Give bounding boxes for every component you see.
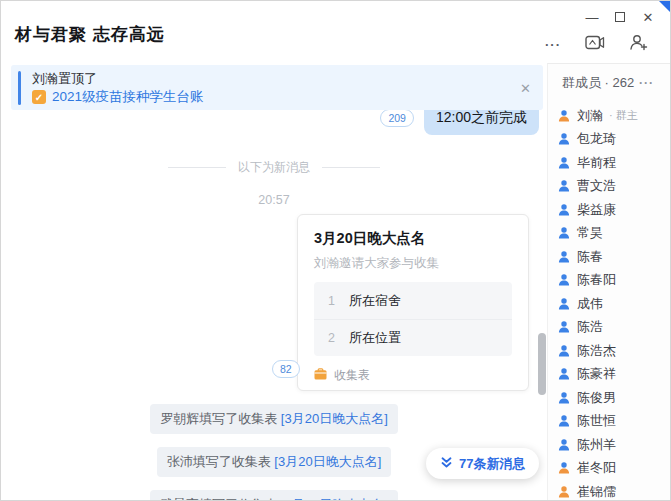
member-name: 陈豪祥 [577,365,616,383]
collection-form-card[interactable]: 3月20日晚大点名 刘瀚邀请大家参与收集 1 所在宿舍 2 所在位置 [297,214,529,391]
member-row[interactable]: 陈俊男 [557,386,670,410]
new-messages-button[interactable]: 77条新消息 [426,448,539,479]
pinned-document-link[interactable]: 2021级疫苗接种学生台账 [52,88,204,106]
member-name: 刘瀚 [577,107,603,125]
card-field-row: 2 所在位置 [314,319,512,356]
member-avatar-icon [557,226,571,240]
window-controls: — ✕ [578,5,662,29]
sidebar-header: 群成员 · 262 ··· [548,64,670,98]
collection-form-link[interactable]: [3月20日晚大点名] [281,411,388,426]
card-title: 3月20日晚大点名 [314,229,512,248]
member-row[interactable]: 成伟 [557,292,670,316]
card-footer: 收集表 [314,367,512,384]
close-button[interactable]: ✕ [634,5,662,29]
member-name: 崔锦儒 [577,483,616,501]
pinned-accent-bar [18,71,21,105]
member-avatar-icon [557,156,571,170]
member-avatar-icon [557,203,571,217]
member-avatar-icon [557,132,571,146]
member-row[interactable]: 柴益康 [557,198,670,222]
chat-window: 材与君聚 志存高远 — ✕ ··· 209 12:00之前完成 以下为新消息 2… [0,0,671,501]
member-row[interactable]: 陈浩杰 [557,339,670,363]
member-name: 陈俊男 [577,389,616,407]
field-index: 1 [328,294,335,308]
toolbar: ··· [545,34,648,55]
member-row[interactable]: 崔冬阳 [557,457,670,481]
more-icon[interactable]: ··· [545,37,561,52]
members-count-label: 群成员 · 262 [562,74,634,92]
member-row[interactable]: 常昊 [557,222,670,246]
member-avatar-icon [557,344,571,358]
field-label: 所在位置 [349,329,401,347]
member-avatar-icon [557,320,571,334]
member-row[interactable]: 崔锦儒 [557,480,670,501]
member-row[interactable]: 陈春阳 [557,269,670,293]
collection-form-link[interactable]: [3月20日晚大点名] [274,454,381,469]
new-messages-label: 77条新消息 [459,455,525,473]
member-avatar-icon [557,250,571,264]
member-row[interactable]: 毕前程 [557,151,670,175]
member-name: 常昊 [577,224,603,242]
members-sidebar: 群成员 · 262 ··· 刘瀚 · 群主 包龙琦 [547,63,670,500]
new-message-divider: 以下为新消息 [1,159,547,176]
member-name: 柴益康 [577,201,616,219]
message-timestamp: 20:57 [1,193,547,207]
member-avatar-icon [557,367,571,381]
member-row[interactable]: 陈世恒 [557,410,670,434]
member-avatar-icon [557,391,571,405]
member-name: 崔冬阳 [577,459,616,477]
reply-count-badge[interactable]: 82 [272,360,300,378]
card-field-row: 1 所在宿舍 [314,282,512,319]
field-label: 所在宿舍 [349,292,401,310]
member-name: 陈浩杰 [577,342,616,360]
member-name: 成伟 [577,295,603,313]
notice-text: 罗朝辉填写了收集表 [160,411,281,426]
pinned-message-banner: 刘瀚置顶了 ✓ 2021级疫苗接种学生台账 ✕ [11,65,543,110]
member-row[interactable]: 陈浩 [557,316,670,340]
pinned-headline: 刘瀚置顶了 [32,70,97,88]
card-footer-label: 收集表 [334,367,370,384]
maximize-button[interactable] [606,5,634,29]
pinned-close-icon[interactable]: ✕ [520,80,531,95]
read-count-badge[interactable]: 209 [380,109,414,127]
member-list: 刘瀚 · 群主 包龙琦 毕前程 [548,104,670,501]
member-avatar-icon [557,414,571,428]
member-row[interactable]: 包龙琦 [557,128,670,152]
member-role-badge: · 群主 [609,108,638,123]
divider-line [322,167,380,168]
member-row[interactable]: 曹文浩 [557,175,670,199]
member-name: 陈世恒 [577,412,616,430]
notice-bubble: 武晨宇填写了收集表 [3月20日晚大点名] [150,490,398,501]
add-member-icon[interactable] [629,34,648,55]
checked-form-icon: ✓ [32,90,46,104]
member-name: 毕前程 [577,154,616,172]
collection-form-icon [314,368,327,383]
member-avatar-icon [557,438,571,452]
divider-label: 以下为新消息 [238,159,310,176]
member-avatar-icon [557,109,571,123]
collection-form-link[interactable]: [3月20日晚大点名] [281,497,388,501]
pinned-document-row: ✓ 2021级疫苗接种学生台账 [32,88,204,106]
member-avatar-icon [557,297,571,311]
member-row[interactable]: 刘瀚 · 群主 [557,104,670,128]
member-row[interactable]: 陈州羊 [557,433,670,457]
chevrons-down-icon [440,456,453,472]
video-call-icon[interactable] [585,35,605,54]
minimize-button[interactable]: — [578,5,606,29]
chat-scrollbar-thumb[interactable] [538,333,546,395]
sidebar-more-icon[interactable]: ··· [639,76,654,90]
member-name: 包龙琦 [577,130,616,148]
maximize-icon [615,12,625,22]
member-name: 陈浩 [577,318,603,336]
divider-line [168,167,226,168]
notice-text: 张沛填写了收集表 [167,454,275,469]
member-avatar-icon [557,179,571,193]
field-index: 2 [328,331,335,345]
member-name: 陈春阳 [577,271,616,289]
notice-text: 武晨宇填写了收集表 [160,497,281,501]
member-avatar-icon [557,461,571,475]
member-row[interactable]: 陈豪祥 [557,363,670,387]
member-row[interactable]: 陈春 [557,245,670,269]
card-subtitle: 刘瀚邀请大家参与收集 [314,255,512,272]
corner-accent [659,1,670,12]
